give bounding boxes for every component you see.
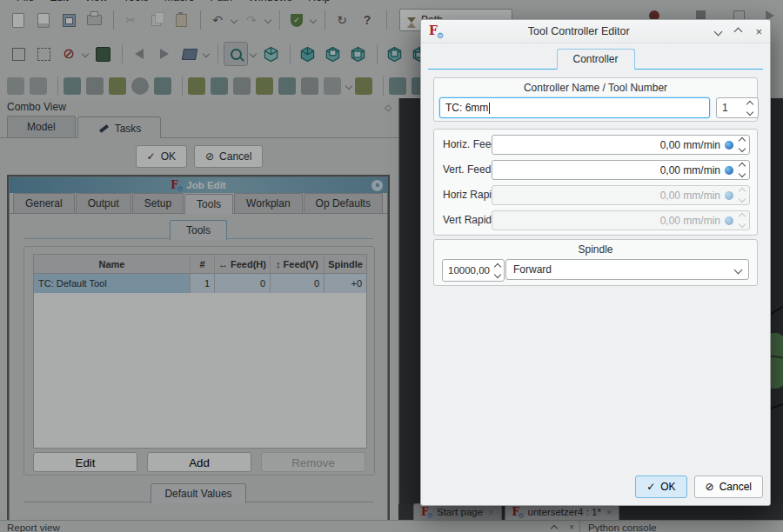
horiz-rapid-input: 0,00 mm/min [492, 185, 750, 205]
spin-up-icon[interactable] [494, 263, 501, 269]
check-icon: ✓ [646, 481, 655, 493]
freecad-icon: F⚙ [429, 25, 442, 37]
vert-rapid-row: Vert Rapid 0,00 mm/min [434, 210, 757, 230]
spin-down-icon[interactable] [739, 145, 746, 152]
vert-rapid-value: 0,00 mm/min [660, 215, 720, 227]
spindle-group: Spindle 10000,00 Forward [433, 239, 758, 286]
horiz-rapid-label: Horiz Rapid [443, 185, 498, 205]
shade-button[interactable] [714, 27, 723, 36]
horiz-feed-input[interactable]: 0,00 mm/min [492, 135, 750, 155]
name-group-label: Controller Name / Tool Number [434, 82, 757, 94]
freecad-window: File Edit View Tools Macro Path Windows … [0, 0, 783, 532]
spin-up-icon [739, 188, 746, 195]
tool-number-value: 1 [722, 102, 728, 114]
horiz-feed-row: Horiz. Feed 0,00 mm/min [434, 135, 757, 155]
spin-up-icon[interactable] [739, 137, 746, 144]
cancel-icon: ⊘ [706, 481, 714, 493]
dialog-buttons: ✓ OK ⊘ Cancel [635, 475, 763, 498]
controller-name-input[interactable]: TC: 6mm [439, 97, 710, 118]
vert-rapid-label: Vert Rapid [443, 210, 492, 230]
expression-bind-icon[interactable] [725, 141, 733, 150]
maximize-button[interactable] [734, 27, 743, 36]
spin-down-icon [739, 196, 746, 203]
spindle-direction-value: Forward [513, 263, 552, 276]
spin-down-icon [739, 221, 746, 228]
spindle-direction-select[interactable]: Forward [505, 259, 749, 280]
spindle-speed-spinbox[interactable]: 10000,00 [442, 259, 505, 282]
spin-down-icon[interactable] [746, 108, 753, 115]
spindle-speed-value: 10000,00 [448, 265, 490, 276]
tool-controller-editor-dialog: F⚙ Tool Controller Editor × Controller C… [420, 19, 771, 506]
controller-name-value: TC: 6mm [445, 102, 488, 114]
vert-feed-label: Vert. Feed [443, 160, 491, 180]
feeds-group: Horiz. Feed 0,00 mm/min Vert. Feed 0,00 … [433, 129, 758, 236]
cancel-button[interactable]: ⊘ Cancel [694, 475, 763, 498]
vert-rapid-input: 0,00 mm/min [492, 210, 750, 230]
horiz-feed-value: 0,00 mm/min [660, 139, 720, 151]
dialog-title: Tool Controller Editor [442, 25, 715, 37]
spindle-label: Spindle [434, 243, 757, 256]
ok-button[interactable]: ✓ OK [635, 475, 686, 498]
chevron-down-icon [734, 265, 743, 274]
spin-down-icon[interactable] [739, 170, 746, 177]
vert-feed-input[interactable]: 0,00 mm/min [492, 160, 750, 180]
ok-label: OK [660, 481, 675, 493]
horiz-rapid-value: 0,00 mm/min [660, 190, 720, 202]
window-buttons: × [715, 26, 762, 37]
spin-up-icon[interactable] [746, 100, 753, 107]
dialog-titlebar[interactable]: F⚙ Tool Controller Editor × [421, 20, 770, 43]
spin-up-icon[interactable] [739, 163, 746, 170]
vert-feed-row: Vert. Feed 0,00 mm/min [434, 160, 757, 180]
horiz-rapid-row: Horiz Rapid 0,00 mm/min [434, 185, 757, 205]
vert-feed-value: 0,00 mm/min [660, 164, 720, 176]
horiz-feed-label: Horiz. Feed [443, 135, 497, 155]
expression-bind-icon [725, 216, 733, 225]
expression-bind-icon [725, 191, 733, 200]
expression-bind-icon[interactable] [725, 166, 733, 175]
text-caret [489, 103, 490, 114]
name-group: Controller Name / Tool Number TC: 6mm 1 [433, 77, 758, 122]
tab-controller[interactable]: Controller [557, 49, 635, 70]
spin-down-icon[interactable] [494, 270, 501, 277]
cancel-label: Cancel [719, 481, 752, 493]
spin-up-icon [739, 213, 746, 220]
close-button[interactable]: × [755, 26, 762, 37]
tool-number-spinbox[interactable]: 1 [716, 97, 759, 118]
